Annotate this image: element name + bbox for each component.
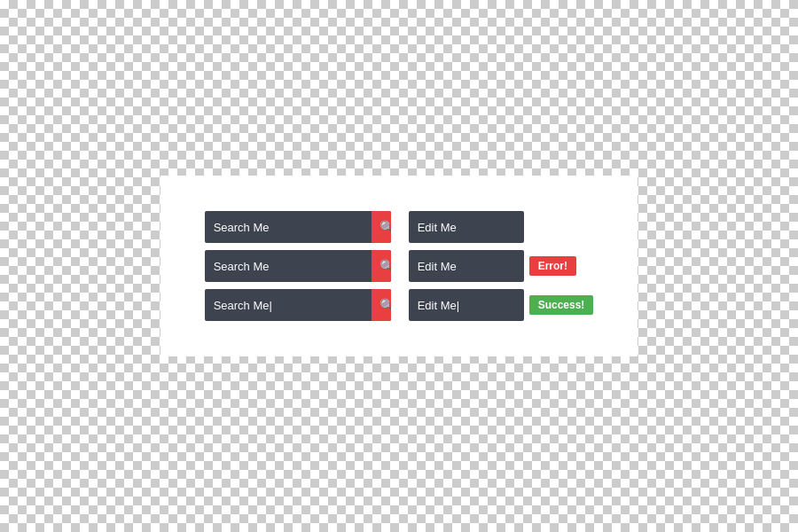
search-field-3[interactable]: 🔍 (205, 289, 391, 321)
search-icon-2: 🔍 (379, 259, 391, 273)
search-button-3[interactable]: 🔍 (372, 289, 391, 321)
search-column: 🔍 🔍 🔍 (205, 211, 391, 321)
search-input-1[interactable] (205, 211, 372, 243)
edit-wrapper-3: Success! (409, 289, 594, 321)
search-button-1[interactable]: 🔍 (372, 211, 391, 243)
search-icon-3: 🔍 (379, 298, 391, 312)
success-badge: Success! (529, 295, 594, 315)
search-field-1[interactable]: 🔍 (205, 211, 391, 243)
search-icon-1: 🔍 (379, 220, 391, 234)
main-container: 🔍 🔍 🔍 Error! (160, 176, 638, 356)
edit-input-2[interactable] (409, 250, 524, 282)
edit-input-3[interactable] (409, 289, 524, 321)
search-input-2[interactable] (205, 250, 372, 282)
error-badge: Error! (529, 256, 576, 276)
edit-column: Error! Success! (409, 211, 594, 321)
search-field-2[interactable]: 🔍 (205, 250, 391, 282)
search-button-2[interactable]: 🔍 (372, 250, 391, 282)
edit-wrapper-2: Error! (409, 250, 594, 282)
edit-wrapper-1 (409, 211, 594, 243)
search-input-3[interactable] (205, 289, 372, 321)
edit-input-1[interactable] (409, 211, 524, 243)
